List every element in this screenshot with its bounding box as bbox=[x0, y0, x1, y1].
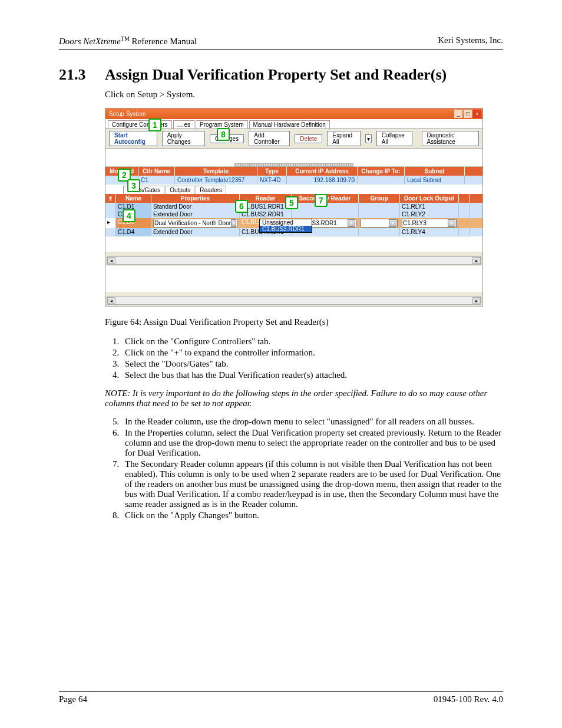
cell-type: NXT-4D bbox=[257, 176, 287, 185]
steps-list-b: In the Reader column, use the drop-down … bbox=[105, 417, 503, 521]
diagnostic-button[interactable]: Diagnostic Assistance bbox=[422, 131, 479, 146]
callout-5: 5 bbox=[285, 196, 298, 209]
cell-properties-dropdown[interactable]: Dual Verification - North Door▾ bbox=[151, 218, 240, 228]
col-ip[interactable]: Current IP Address bbox=[287, 167, 358, 176]
cell-secondary[interactable] bbox=[292, 210, 359, 218]
col-template[interactable]: Template bbox=[175, 167, 257, 176]
tab-outputs[interactable]: Outputs bbox=[166, 186, 194, 194]
callout-8: 8 bbox=[217, 128, 230, 141]
col-door-lock-output[interactable]: Door Lock Output bbox=[400, 194, 459, 203]
scroll-right-icon[interactable]: ▸ bbox=[472, 257, 481, 264]
footer-page: Page 64 bbox=[59, 694, 87, 704]
cell-group[interactable] bbox=[359, 203, 400, 210]
apply-changes-button[interactable]: Apply Changes bbox=[162, 131, 205, 146]
delete-button[interactable]: Delete bbox=[295, 134, 322, 143]
secondary-reader-dropdown-list[interactable]: Unassigned C1.BUS3.RDR1 bbox=[259, 219, 312, 233]
blank-panel bbox=[105, 149, 482, 167]
minimize-icon[interactable]: _ bbox=[454, 110, 462, 118]
section-heading: 21.3Assign Dual Verification Property Se… bbox=[59, 66, 503, 84]
list-item: In the Properties column, select the Dua… bbox=[121, 428, 503, 458]
top-tabs: Configure Controllers es Program System … bbox=[105, 119, 482, 129]
table-row[interactable]: C1.D2 Extended Door C1.BUS2.RDR1 C1.RLY2 bbox=[105, 210, 482, 218]
tab-program-system[interactable]: Program System bbox=[196, 120, 247, 129]
controller-row[interactable]: C1 Controller Template12357 NXT-4D 192.1… bbox=[105, 176, 482, 185]
sub-tabs: Doors/Gates Outputs Readers bbox=[105, 185, 482, 194]
callout-6: 6 bbox=[235, 200, 248, 213]
steps-list-a: Click on the "Configure Controllers" tab… bbox=[105, 337, 503, 380]
list-item: The Secondary Reader column appears (if … bbox=[121, 459, 503, 509]
col-subnet[interactable]: Subnet bbox=[405, 167, 465, 176]
page-footer: Page 64 01945-100 Rev. 4.0 bbox=[59, 691, 503, 704]
chevron-down-icon[interactable]: ▾ bbox=[448, 219, 455, 227]
tab-configure-controllers[interactable]: Configure Controllers bbox=[108, 120, 172, 129]
cell-subnet: Local Subnet bbox=[405, 176, 465, 185]
cell-group-dropdown[interactable]: ▾ bbox=[359, 218, 400, 228]
window-titlebar: Setup System _ □ × bbox=[105, 108, 482, 119]
callout-3: 3 bbox=[127, 179, 140, 192]
dropdown-option-selected[interactable]: C1.BUS3.RDR1 bbox=[260, 226, 312, 232]
callout-1: 1 bbox=[148, 118, 161, 131]
scroll-left-icon[interactable]: ◂ bbox=[107, 257, 115, 264]
cell-lock-dropdown[interactable]: C1.RLY3▾ bbox=[400, 218, 459, 228]
cell-lock[interactable]: C1.RLY4 bbox=[400, 228, 459, 236]
figure-caption: Figure 64: Assign Dual Verification Prop… bbox=[105, 317, 503, 327]
scroll-right-icon[interactable]: ▸ bbox=[472, 297, 481, 304]
cell-name: C1 bbox=[138, 176, 175, 185]
expand-all-dropdown-icon[interactable]: ▾ bbox=[365, 134, 372, 143]
start-autoconfig-button[interactable]: Start Autoconfig bbox=[109, 131, 157, 146]
list-item: Click on the "+" to expand the controlle… bbox=[121, 348, 503, 358]
note-text: NOTE: It is very important to do the fol… bbox=[105, 388, 503, 409]
cell-lock[interactable]: C1.RLY2 bbox=[400, 210, 459, 218]
section-number: 21.3 bbox=[59, 66, 105, 84]
cell-door-name: C1.D4 bbox=[116, 228, 151, 236]
cell-change-ip bbox=[358, 176, 405, 185]
col-expand[interactable]: ± bbox=[105, 194, 116, 203]
window-title: Setup System bbox=[109, 111, 146, 117]
list-item: Click on the "Configure Controllers" tab… bbox=[121, 337, 503, 347]
company-name: Keri Systems, Inc. bbox=[438, 35, 503, 47]
section-title: Assign Dual Verification Property Set an… bbox=[105, 66, 447, 83]
footer-rev: 01945-100 Rev. 4.0 bbox=[434, 694, 503, 704]
product-name: Doors NetXtreme bbox=[59, 37, 121, 46]
controller-grid-header: Modified Ctlr Name Template Type Current… bbox=[105, 167, 482, 176]
cell-properties[interactable]: Extended Door bbox=[151, 228, 240, 236]
trademark: TM bbox=[121, 35, 130, 42]
cell-properties[interactable]: Extended Door bbox=[151, 210, 240, 218]
cell-ip: 192.168.109.70 bbox=[287, 176, 358, 185]
chevron-down-icon[interactable]: ▾ bbox=[348, 219, 355, 227]
close-icon[interactable]: × bbox=[473, 110, 481, 118]
chevron-down-icon[interactable]: ▾ bbox=[389, 219, 396, 227]
chevron-down-icon[interactable]: ▾ bbox=[231, 219, 236, 227]
collapse-all-button[interactable]: Collapse All bbox=[376, 131, 412, 146]
expand-all-button[interactable]: Expand All bbox=[327, 131, 361, 146]
cell-group[interactable] bbox=[359, 210, 400, 218]
cell-group[interactable] bbox=[359, 228, 400, 236]
cell-lock[interactable]: C1.RLY1 bbox=[400, 203, 459, 210]
dropdown-option[interactable]: Unassigned bbox=[260, 219, 312, 226]
list-item: Click on the "Apply Changes" button. bbox=[121, 510, 503, 521]
col-change-ip[interactable]: Change IP To: bbox=[358, 167, 405, 176]
header-rule bbox=[59, 49, 503, 50]
splitter-handle[interactable] bbox=[234, 163, 353, 167]
col-properties[interactable]: Properties bbox=[151, 194, 240, 203]
add-controller-button[interactable]: Add Controller bbox=[249, 131, 290, 146]
tab-hardware-definition[interactable]: Manual Hardware Definition bbox=[249, 120, 330, 129]
horizontal-scrollbar[interactable]: ◂ ▸ bbox=[107, 297, 481, 305]
doc-type: Reference Manual bbox=[132, 37, 197, 46]
list-item: Select the "Doors/Gates" tab. bbox=[121, 359, 503, 369]
intro-text: Click on Setup > System. bbox=[105, 90, 503, 100]
horizontal-scrollbar[interactable]: ◂ ▸ bbox=[107, 256, 481, 265]
col-ctlr-name[interactable]: Ctlr Name bbox=[138, 167, 175, 176]
cell-template: Controller Template12357 bbox=[175, 176, 257, 185]
col-type[interactable]: Type bbox=[257, 167, 287, 176]
callout-7: 7 bbox=[315, 194, 328, 207]
tab-readers[interactable]: Readers bbox=[196, 186, 226, 194]
scroll-left-icon[interactable]: ◂ bbox=[107, 297, 115, 304]
col-name[interactable]: Name bbox=[116, 194, 151, 203]
col-group[interactable]: Group bbox=[359, 194, 400, 203]
list-item: Select the bus that has the Dual Verific… bbox=[121, 370, 503, 380]
cell-properties[interactable]: Standard Door bbox=[151, 203, 240, 210]
tab-truncated[interactable]: es bbox=[173, 120, 195, 129]
maximize-icon[interactable]: □ bbox=[464, 110, 472, 118]
list-item: In the Reader column, use the drop-down … bbox=[121, 417, 503, 427]
